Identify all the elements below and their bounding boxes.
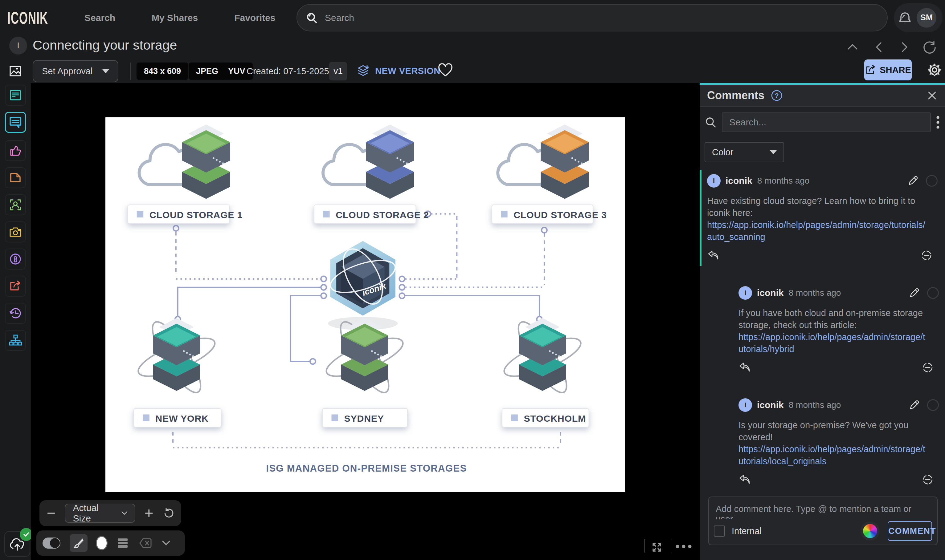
divider (130, 63, 131, 80)
comment-author: iconik (726, 175, 752, 186)
zoom-in-icon[interactable] (143, 507, 154, 519)
fullscreen-icon[interactable] (650, 540, 664, 554)
comments-list: I iconik 8 months ago Have existing clou… (700, 174, 945, 486)
comments-search-input[interactable] (722, 112, 931, 132)
brush-tool-button[interactable] (70, 534, 88, 552)
resolve-circle-icon[interactable] (926, 175, 937, 187)
resolve-circle-icon[interactable] (927, 287, 939, 299)
sidebar-item-metadata[interactable] (5, 85, 26, 106)
set-approval-dropdown[interactable]: Set Approval (33, 60, 118, 82)
sidebar-item-approvals[interactable] (5, 140, 26, 161)
comment-item[interactable]: I iconik 8 months ago If you have both c… (731, 286, 945, 374)
comment-submit-button[interactable]: COMMENT (888, 521, 932, 541)
iconik-logo[interactable]: ICONIK (8, 8, 48, 28)
close-icon[interactable] (927, 90, 937, 101)
selected-comment-indicator (700, 170, 701, 266)
cloud-storage-2-label: CLOUD STORAGE 2 (336, 210, 429, 220)
zoom-out-icon[interactable] (46, 507, 57, 519)
global-search[interactable] (296, 4, 888, 31)
annotations-toggle[interactable] (43, 537, 60, 549)
search-input[interactable] (325, 12, 879, 23)
sidebar-item-shots[interactable] (5, 222, 26, 242)
copy-link-icon[interactable] (920, 249, 933, 262)
refresh-icon[interactable] (922, 40, 937, 55)
page-title: Connecting your storage (33, 38, 177, 53)
notifications-bell-icon[interactable] (897, 11, 912, 25)
title-bar: I Connecting your storage (0, 35, 945, 60)
favorite-heart-icon[interactable] (438, 63, 453, 77)
account-area: SM (894, 3, 942, 32)
reply-icon[interactable] (738, 362, 751, 373)
sidebar-item-access-control[interactable] (5, 249, 26, 269)
gear-icon[interactable] (927, 62, 942, 78)
sidebar-item-history[interactable] (5, 303, 26, 324)
chevron-down-icon[interactable] (162, 541, 170, 546)
help-icon[interactable]: ? (771, 89, 783, 102)
comment-list-icon[interactable] (116, 537, 129, 549)
copy-link-icon[interactable] (922, 361, 934, 374)
resolve-circle-icon[interactable] (927, 399, 939, 411)
sidebar-item-relations[interactable] (5, 330, 26, 351)
share-button[interactable]: SHARE (864, 60, 912, 80)
comment-item[interactable]: I iconik 8 months ago Is your storage on… (731, 398, 945, 486)
comment-author: iconik (757, 400, 784, 410)
reply-icon[interactable] (738, 474, 751, 485)
sidebar-item-faces[interactable] (5, 194, 26, 215)
comments-title: Comments (707, 89, 765, 102)
edit-pencil-icon[interactable] (908, 287, 920, 299)
nav-my-shares[interactable]: My Shares (152, 12, 198, 23)
image-canvas[interactable]: CLOUD STORAGE 1 CLOUD STORAGE 2 CLOUD ST… (105, 117, 625, 492)
kebab-menu-icon[interactable] (936, 115, 940, 130)
comment-link[interactable]: https://app.iconik.io/help/pages/admin/s… (738, 331, 930, 355)
more-options-icon[interactable] (675, 544, 692, 549)
copy-link-icon[interactable] (922, 474, 934, 486)
clear-annotations-icon[interactable] (139, 537, 153, 549)
chevron-down-icon (122, 511, 127, 515)
sidebar-item-shares[interactable] (5, 276, 26, 297)
asset-toolbar: Set Approval 843 x 609 JPEG YUV Created:… (0, 60, 945, 83)
divider (671, 539, 671, 552)
internal-checkbox[interactable] (714, 526, 725, 537)
comment-input[interactable] (709, 497, 937, 519)
collapse-up-icon[interactable] (845, 40, 860, 54)
color-wheel-icon[interactable] (863, 524, 877, 538)
color-swatch[interactable] (97, 537, 106, 549)
nav-search[interactable]: Search (85, 12, 115, 23)
nav-favorites[interactable]: Favorites (234, 12, 275, 23)
storage-diagram: CLOUD STORAGE 1 CLOUD STORAGE 2 CLOUD ST… (105, 117, 625, 492)
new-version-button[interactable]: NEW VERSION (356, 64, 441, 78)
camera-icon (9, 225, 22, 239)
diagram-caption: ISG MANAGED ON-PREMISE STORAGES (266, 463, 467, 474)
user-avatar[interactable]: SM (917, 8, 936, 28)
comment-composer: Internal COMMENT (708, 497, 937, 545)
reset-zoom-icon[interactable] (163, 506, 175, 520)
edit-pencil-icon[interactable] (908, 399, 920, 411)
check-icon (23, 531, 30, 538)
comment-item[interactable]: I iconik 8 months ago Have existing clou… (700, 174, 945, 262)
toggle-knob (50, 538, 60, 548)
dimensions-badge: 843 x 609 (137, 63, 188, 80)
top-nav: ICONIK Search My Shares Favorites Admin … (0, 0, 945, 35)
color-filter-dropdown[interactable]: Color (705, 142, 784, 162)
search-icon (705, 116, 717, 128)
comment-link[interactable]: https://app.iconik.io/help/pages/admin/s… (738, 443, 930, 467)
edit-pencil-icon[interactable] (907, 175, 919, 187)
internal-label: Internal (732, 526, 762, 536)
sidebar-item-preview[interactable] (5, 61, 26, 82)
comment-bubble-icon (8, 115, 23, 129)
sidebar-item-files[interactable] (5, 167, 26, 188)
caret-down-icon (102, 69, 109, 73)
zoom-controls: Actual Size (39, 500, 181, 526)
zoom-level-dropdown[interactable]: Actual Size (65, 504, 135, 523)
comment-link[interactable]: https://app.iconik.io/help/pages/admin/s… (707, 219, 929, 243)
avatar: I (738, 286, 752, 300)
sidebar-item-comments[interactable] (5, 112, 26, 133)
next-asset-icon[interactable] (897, 40, 912, 54)
previous-asset-icon[interactable] (872, 40, 886, 54)
version-badge[interactable]: v1 (329, 62, 347, 80)
reply-icon[interactable] (707, 250, 719, 261)
upload-status-button[interactable] (4, 531, 30, 557)
keyhole-lock-icon (9, 252, 22, 266)
hierarchy-icon (9, 334, 22, 347)
annotation-toolbar (36, 531, 185, 556)
